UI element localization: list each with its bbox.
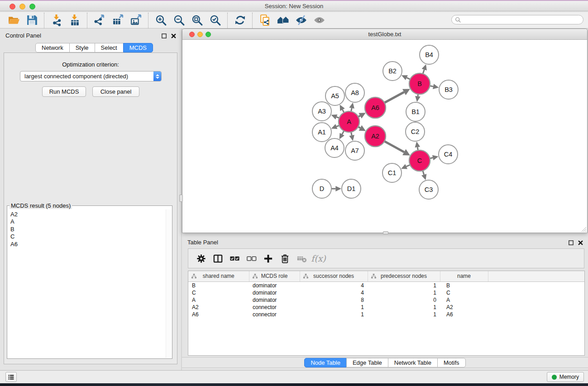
table-cell[interactable]: 1 [368, 311, 440, 318]
graph-node-d[interactable]: D [312, 179, 331, 198]
hide-details-button[interactable] [292, 13, 310, 28]
table-cell[interactable]: A2 [188, 304, 249, 311]
list-item[interactable]: A2 [10, 211, 165, 218]
list-item[interactable]: A6 [10, 241, 165, 248]
graph-node-a4[interactable]: A4 [325, 138, 344, 157]
add-column-button[interactable] [260, 250, 277, 267]
home-button[interactable] [274, 13, 292, 28]
list-item[interactable]: C [10, 233, 165, 240]
table-cell[interactable]: dominator [249, 281, 300, 289]
list-item[interactable]: A [10, 218, 165, 225]
graph-edge-A6-B[interactable] [383, 92, 404, 103]
graph-node-b[interactable]: B [409, 73, 430, 94]
table-cell[interactable]: dominator [249, 289, 300, 296]
tab-network-table[interactable]: Network Table [388, 358, 438, 367]
table-cell[interactable]: dominator [249, 296, 300, 304]
table-cell[interactable]: 1 [368, 289, 440, 296]
table-cell[interactable]: 1 [368, 281, 440, 289]
network-maximize-button[interactable] [206, 32, 211, 37]
run-mcds-button[interactable]: Run MCDS [42, 86, 86, 97]
graph-node-c1[interactable]: C1 [382, 163, 402, 182]
tab-style[interactable]: Style [69, 43, 95, 52]
close-panel-icon[interactable] [578, 239, 583, 248]
tab-select[interactable]: Select [95, 43, 124, 52]
export-image-button[interactable] [127, 13, 145, 28]
column-header-mcds-role[interactable]: MCDS role [249, 271, 300, 281]
memory-button[interactable]: Memory [547, 372, 584, 382]
close-panel-button[interactable]: Close panel [92, 86, 139, 97]
horizontal-splitter-grip[interactable] [383, 231, 388, 234]
table-cell[interactable]: A6 [440, 311, 488, 318]
table-row[interactable]: Adominator80A [188, 296, 584, 304]
graph-edge-A2-C[interactable] [383, 141, 404, 152]
column-header-name[interactable]: name [440, 271, 488, 281]
table-row[interactable]: A2connector11A2 [188, 304, 584, 311]
graph-node-a7[interactable]: A7 [345, 141, 364, 160]
table-cell[interactable]: 1 [368, 304, 440, 311]
close-button[interactable] [10, 4, 15, 10]
tab-mcds[interactable]: MCDS [123, 43, 153, 52]
column-header-successor-nodes[interactable]: successor nodes [300, 271, 368, 281]
graph-node-a8[interactable]: A8 [345, 83, 364, 102]
search-box[interactable] [451, 15, 583, 24]
graph-node-a3[interactable]: A3 [312, 102, 331, 121]
graph-node-b2[interactable]: B2 [383, 62, 402, 81]
tab-edge-table[interactable]: Edge Table [346, 358, 388, 367]
show-details-button[interactable] [310, 13, 328, 28]
close-panel-icon[interactable] [171, 33, 177, 41]
table-cell[interactable]: 0 [368, 296, 440, 304]
table-cell[interactable]: 1 [300, 311, 368, 318]
table-cell[interactable]: C [188, 289, 249, 296]
tab-node-table[interactable]: Node Table [304, 358, 347, 367]
save-session-button[interactable] [23, 13, 41, 28]
table-cell[interactable]: A [440, 296, 488, 304]
network-close-button[interactable] [189, 32, 195, 37]
table-cell[interactable]: C [440, 289, 488, 296]
import-table-button[interactable] [66, 13, 84, 28]
table-cell[interactable]: B [440, 281, 488, 289]
table-row[interactable]: Bdominator41B [188, 281, 584, 289]
table-cell[interactable]: connector [249, 304, 300, 311]
zoom-in-button[interactable] [152, 13, 170, 28]
column-header-predecessor-nodes[interactable]: predecessor nodes [368, 271, 440, 281]
graph-node-c3[interactable]: C3 [419, 180, 438, 199]
search-input[interactable] [463, 16, 580, 23]
tab-motifs[interactable]: Motifs [437, 358, 466, 367]
network-minimize-button[interactable] [197, 32, 203, 37]
graph-node-b3[interactable]: B3 [439, 80, 458, 99]
graph-node-a1[interactable]: A1 [312, 123, 331, 142]
graph-node-d1[interactable]: D1 [342, 179, 361, 198]
graph-node-a5[interactable]: A5 [325, 86, 344, 105]
task-history-button[interactable] [5, 372, 17, 382]
zoom-selected-button[interactable] [206, 13, 224, 28]
table-cell[interactable]: A2 [440, 304, 488, 311]
table-cell[interactable]: A [188, 296, 249, 304]
delete-column-button[interactable] [277, 250, 293, 267]
graph-node-a2[interactable]: A2 [365, 126, 386, 147]
show-columns-button[interactable] [210, 250, 226, 267]
float-panel-icon[interactable] [568, 239, 574, 248]
import-network-button[interactable] [48, 13, 66, 28]
table-cell[interactable]: B [188, 281, 249, 289]
table-cell[interactable]: A6 [188, 311, 249, 318]
graph-node-b1[interactable]: B1 [406, 102, 425, 121]
minimize-button[interactable] [19, 4, 25, 10]
vertical-splitter-grip[interactable] [179, 195, 183, 202]
table-options-button[interactable] [193, 250, 210, 267]
export-network-button[interactable] [91, 13, 109, 28]
table-row[interactable]: Cdominator41C [188, 289, 584, 296]
deselect-all-button[interactable] [243, 250, 260, 267]
maximize-button[interactable] [29, 4, 35, 10]
graph-node-c4[interactable]: C4 [439, 145, 458, 164]
network-canvas[interactable]: B4B2BB3A5A8A6A3B1AA1C2A2A4A7C4CC1C3DD1 [182, 40, 587, 233]
graph-node-c2[interactable]: C2 [406, 122, 425, 141]
refresh-view-button[interactable] [231, 13, 249, 28]
tab-network[interactable]: Network [35, 43, 70, 52]
graph-node-c[interactable]: C [409, 150, 430, 171]
graph-node-a[interactable]: A [339, 111, 359, 132]
graph-node-a6[interactable]: A6 [365, 97, 386, 118]
select-all-button[interactable] [226, 250, 243, 267]
result-scrollbar[interactable] [166, 210, 172, 358]
column-header-shared-name[interactable]: shared name [188, 271, 249, 281]
graph-node-b4[interactable]: B4 [420, 45, 439, 64]
